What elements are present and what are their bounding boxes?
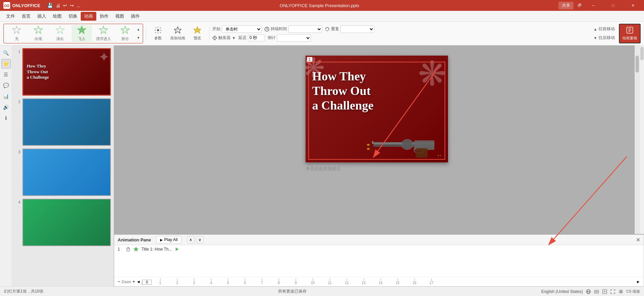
anim-fly-in-label: 飞入 <box>78 36 85 41</box>
item-play-icon[interactable] <box>175 247 179 252</box>
slide-item-1[interactable]: 1 How TheyThrow Outa Challenge ✦ <box>14 47 112 96</box>
menu-bar: 文件 首页 插入 绘图 切换 动画 协作 视图 插件 <box>0 11 644 22</box>
zoom-controls[interactable]: CS 缩放 <box>626 289 640 294</box>
play-all-button[interactable]: ▶ Play All <box>156 236 181 243</box>
zoom-out-label[interactable]: − <box>118 279 120 284</box>
delay-input[interactable] <box>248 35 265 41</box>
animation-format-button[interactable]: 动画窗格 <box>619 24 641 43</box>
anim-fly-in-icon <box>77 25 86 35</box>
svg-marker-2 <box>13 26 21 34</box>
menu-transition[interactable]: 切换 <box>65 12 81 21</box>
prev-label[interactable]: 往前移动 <box>599 26 615 32</box>
left-sound[interactable]: 🔊 <box>1 102 11 112</box>
next-move: ▼ 往后移动 <box>593 35 615 41</box>
scrollbar-thumb[interactable] <box>636 56 639 73</box>
minimize-button[interactable]: ─ <box>586 0 601 11</box>
reverse-select[interactable] <box>277 34 311 42</box>
fullscreen-icon[interactable] <box>610 289 616 294</box>
redo-icon[interactable]: ↪ <box>70 3 74 8</box>
close-button[interactable]: ✕ <box>625 0 641 11</box>
slide-item-4[interactable]: 4 <box>14 198 112 247</box>
params-button[interactable]: 参数 <box>149 24 167 43</box>
menu-insert[interactable]: 插入 <box>34 12 50 21</box>
slide-title-line1: How They <box>312 70 366 83</box>
svg-rect-27 <box>416 148 428 158</box>
fit-icon[interactable] <box>602 289 607 294</box>
slide-num-4: 4 <box>15 200 20 204</box>
left-slides[interactable]: ☰ <box>1 70 11 79</box>
left-star[interactable]: ⭐ <box>1 59 11 68</box>
anim-fade[interactable]: 淡出 <box>50 25 70 42</box>
menu-file[interactable]: 文件 <box>3 12 18 21</box>
swirl-top-right: ❋ <box>418 56 446 94</box>
params-icon <box>154 26 162 34</box>
right-scrollbar-thumb[interactable] <box>640 47 644 60</box>
menu-view[interactable]: 视图 <box>112 12 128 21</box>
animation-pane-close[interactable]: ✕ <box>636 237 640 243</box>
slide-number-badge: 1 <box>307 57 312 62</box>
clock-icon <box>265 27 269 32</box>
gun-image <box>367 132 448 159</box>
slide-thumb-1[interactable]: How TheyThrow Outa Challenge ✦ <box>22 48 111 96</box>
menu-home[interactable]: 首页 <box>18 12 34 21</box>
print-icon[interactable]: 🖨 <box>56 3 60 8</box>
timeline-next[interactable]: ► <box>636 279 640 284</box>
zoom-in-label[interactable]: + <box>133 279 135 284</box>
preview-icon <box>193 26 201 34</box>
undo-icon[interactable]: ↩ <box>63 3 67 8</box>
mouse-icon <box>126 247 131 252</box>
grid-icon[interactable] <box>618 289 624 294</box>
timeline-prev[interactable]: ◄ <box>136 279 140 284</box>
more-animations[interactable]: ▲ ▼ <box>137 25 140 42</box>
left-info[interactable]: ℹ <box>1 113 11 123</box>
menu-animation[interactable]: 动画 <box>81 12 96 21</box>
svg-point-10 <box>157 29 159 31</box>
menu-collaborate[interactable]: 协作 <box>96 12 112 21</box>
slide-item-3[interactable]: 3 <box>14 148 112 197</box>
menu-draw[interactable]: 绘图 <box>50 12 65 21</box>
main-slide-canvas[interactable]: 1 ❋ ❋ How They Throw Out a Challenge <box>306 56 448 162</box>
tick-16: 16 <box>406 278 423 285</box>
left-chart[interactable]: 📊 <box>1 92 11 101</box>
move-down-button[interactable]: ∨ <box>196 236 204 243</box>
menu-plugin[interactable]: 插件 <box>128 12 143 21</box>
svg-text:OO: OO <box>4 4 9 8</box>
anim-fly-in[interactable]: 飞入 <box>72 25 92 42</box>
left-comments[interactable]: 💬 <box>1 81 11 90</box>
start-control: 开始 单击时 与上一动画同时 上一动画之后 <box>212 25 262 33</box>
anim-item-label: Title 1: How Th... <box>141 247 172 252</box>
start-select[interactable]: 单击时 与上一动画同时 上一动画之后 <box>222 25 262 33</box>
comment-area[interactable]: 单击此处添加批注 <box>306 166 448 172</box>
repeat-label: 重复 <box>331 26 339 32</box>
slide-wrapper: 1 ❋ ❋ How They Throw Out a Challenge <box>306 56 448 172</box>
more-options[interactable]: ... <box>77 3 81 8</box>
anim-none[interactable]: 无 <box>6 25 27 42</box>
anim-split[interactable]: 拆分 <box>115 25 135 42</box>
preview-button[interactable]: 预览 <box>188 24 207 43</box>
add-animation-button[interactable]: + 添加动画 <box>169 24 187 43</box>
save-icon[interactable]: 💾 <box>47 3 53 8</box>
window-button[interactable]: 🗗 <box>578 3 582 8</box>
trigger-icon <box>212 36 217 40</box>
slide-thumb-3[interactable] <box>22 149 111 196</box>
reverse-label: 倒计 <box>268 35 276 41</box>
next-label[interactable]: 往后移动 <box>599 35 615 41</box>
duration-select[interactable] <box>288 25 322 33</box>
move-up-button[interactable]: ∧ <box>187 236 195 243</box>
separator-2 <box>209 27 210 40</box>
repeat-icon <box>325 27 330 32</box>
repeat-select[interactable] <box>340 25 374 33</box>
slide-thumb-2[interactable] <box>22 98 111 146</box>
tick-15: 15 <box>389 278 406 285</box>
timeline-pos-input[interactable] <box>142 280 152 285</box>
svg-rect-44 <box>594 290 599 293</box>
share-button[interactable]: 共享 <box>559 2 573 9</box>
anim-float[interactable]: 漂浮进入 <box>93 25 114 42</box>
tick-11: 11 <box>321 278 338 285</box>
left-search[interactable]: 🔍 <box>1 48 11 58</box>
slide-item-2[interactable]: 2 <box>14 98 112 146</box>
slide-thumb-4[interactable] <box>22 199 111 246</box>
anim-appear[interactable]: 出现 <box>28 25 48 42</box>
maximize-button[interactable]: □ <box>605 0 621 11</box>
anim-fade-label: 淡出 <box>56 36 64 41</box>
